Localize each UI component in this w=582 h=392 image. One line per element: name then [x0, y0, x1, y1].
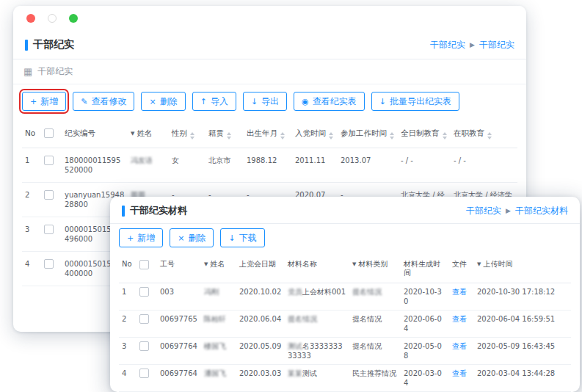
- table-header-row: No纪实编号▼姓名性别籍贯出生年月入党时间参加工作时间全日制教育在职教育: [22, 121, 517, 148]
- page-title: 干部纪实材料: [122, 204, 187, 217]
- row-checkbox[interactable]: [139, 287, 149, 297]
- export-button[interactable]: ↓导出: [243, 92, 287, 111]
- cell: 00697764: [157, 338, 201, 365]
- filter-icon[interactable]: ▼: [477, 261, 481, 267]
- select-all-checkbox[interactable]: [139, 260, 149, 269]
- cell-text: 民主推荐情况: [352, 369, 396, 377]
- minimize-window-button[interactable]: [48, 14, 57, 23]
- column-label: 籍贯: [208, 128, 224, 137]
- cell: 2020.06.04: [236, 311, 285, 338]
- maximize-window-button[interactable]: [69, 14, 78, 23]
- plus-icon: +: [127, 234, 134, 242]
- page-title: 干部纪实: [25, 38, 74, 51]
- view-record-table-button[interactable]: ◉查看纪实表: [294, 92, 365, 111]
- cell-text: 2020-05-08: [404, 342, 442, 360]
- row-checkbox[interactable]: [139, 369, 149, 378]
- column-header[interactable]: 文件: [449, 255, 474, 283]
- close-window-button[interactable]: [26, 14, 35, 23]
- cell: 女: [169, 148, 205, 183]
- row-checkbox[interactable]: [44, 259, 54, 269]
- delete-button[interactable]: ×删除: [170, 228, 214, 247]
- download-button[interactable]: ↓下载: [220, 228, 264, 247]
- cell: 180000011595520000: [62, 148, 128, 183]
- table-row: 200697765陈柏轩2020.06.04提名情况提名情况2020-06-04…: [119, 311, 571, 338]
- column-header[interactable]: 在职教育: [451, 121, 517, 148]
- view-file-link[interactable]: 查看: [452, 315, 467, 323]
- select-all-checkbox[interactable]: [44, 128, 54, 138]
- sort-icon[interactable]: [280, 132, 285, 139]
- cell: 查看: [449, 311, 474, 338]
- cell: 提名情况: [349, 311, 401, 338]
- column-header[interactable]: 上党会日期: [236, 255, 285, 283]
- filter-icon[interactable]: ▼: [352, 261, 356, 267]
- view-file-link[interactable]: 查看: [452, 342, 467, 350]
- add-button[interactable]: +新增: [22, 92, 66, 111]
- sort-icon[interactable]: [390, 132, 394, 139]
- sort-icon[interactable]: [487, 132, 492, 139]
- filter-icon[interactable]: ▼: [204, 261, 208, 267]
- button-label: 导入: [211, 95, 228, 107]
- window-titlebar: [13, 6, 526, 31]
- sort-icon[interactable]: [443, 132, 447, 139]
- column-header[interactable]: 纪实编号: [62, 121, 128, 148]
- cell-text: - / -: [401, 156, 413, 164]
- sort-icon[interactable]: [227, 132, 231, 139]
- column-header[interactable]: 性别: [169, 121, 205, 148]
- column-header[interactable]: 入党时间: [292, 121, 338, 148]
- sort-icon[interactable]: [190, 132, 194, 139]
- column-header[interactable]: 籍贯: [205, 121, 244, 148]
- column-header[interactable]: ▼上传时间: [474, 255, 571, 283]
- row-checkbox[interactable]: [44, 225, 54, 234]
- cell-text: 女: [172, 156, 179, 164]
- table-header-row: No工号▼姓名上党会日期材料名称▼材料类别材料生成时间文件▼上传时间: [119, 255, 571, 283]
- cell-text: 提名情况: [352, 315, 382, 323]
- table-row: 400697764潘国飞2020.03.03某某测试民主推荐情况2020-03-…: [119, 365, 571, 392]
- column-label: 全日制教育: [401, 128, 440, 137]
- column-label: 出生年月: [247, 128, 277, 137]
- batch-export-record-table-button[interactable]: ↓批量导出纪实表: [371, 92, 459, 111]
- table-caption: 干部纪实: [37, 65, 73, 78]
- cell: 冯发语: [128, 148, 169, 183]
- column-header[interactable]: 参加工作时间: [338, 121, 398, 148]
- delete-button[interactable]: ×删除: [141, 92, 185, 111]
- title-accent-bar: [25, 40, 28, 51]
- cell: 测试名333333333333: [285, 338, 349, 365]
- cell-text: 2020-03-04 13:44:28: [477, 369, 555, 377]
- column-header[interactable]: ▼姓名: [201, 255, 236, 283]
- row-index: 1: [119, 283, 137, 311]
- button-label: 删除: [188, 232, 205, 244]
- title-accent-bar: [122, 206, 125, 217]
- view-file-link[interactable]: 查看: [452, 369, 467, 377]
- filter-icon[interactable]: ▼: [131, 131, 134, 137]
- column-header[interactable]: 出生年月: [244, 121, 292, 148]
- breadcrumb-link[interactable]: 干部纪实: [430, 39, 465, 51]
- cell: 提名情况: [285, 311, 349, 338]
- cell-text: - / -: [454, 156, 466, 164]
- column-header[interactable]: 材料名称: [285, 255, 349, 283]
- sort-icon[interactable]: [329, 132, 333, 139]
- row-checkbox[interactable]: [139, 341, 149, 351]
- row-checkbox[interactable]: [44, 156, 54, 165]
- view-file-link[interactable]: 查看: [452, 288, 467, 296]
- row-checkbox[interactable]: [44, 190, 54, 200]
- column-header[interactable]: 材料生成时间: [401, 255, 449, 283]
- breadcrumb-current[interactable]: 干部纪实: [479, 39, 514, 51]
- cell-text: 陈柏轩: [204, 315, 226, 323]
- cell-text: 冯刚: [204, 288, 219, 296]
- column-label: 纪实编号: [65, 128, 95, 137]
- cell: 2011.11: [292, 148, 338, 183]
- column-label: 性别: [172, 128, 187, 137]
- breadcrumb-current[interactable]: 干部纪实材料: [515, 205, 568, 217]
- button-label: 删除: [160, 95, 178, 107]
- column-header[interactable]: 工号: [157, 255, 201, 283]
- add-button[interactable]: +新增: [119, 228, 163, 247]
- breadcrumb-link[interactable]: 干部纪实: [466, 205, 501, 217]
- column-header[interactable]: ▼姓名: [128, 121, 169, 148]
- column-header-no: No: [22, 121, 41, 148]
- row-checkbox[interactable]: [139, 314, 149, 324]
- view-edit-button[interactable]: ✎查看修改: [73, 92, 134, 111]
- column-header[interactable]: ▼材料类别: [349, 255, 401, 283]
- column-header[interactable]: 全日制教育: [398, 121, 451, 148]
- import-button[interactable]: ↑导入: [192, 92, 236, 111]
- column-label: 上党会日期: [239, 260, 276, 268]
